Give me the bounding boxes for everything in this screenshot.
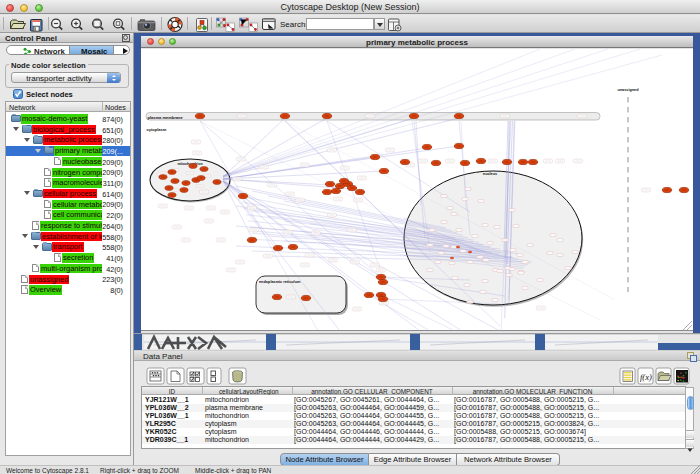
svg-text:cytoplasm: cytoplasm	[147, 127, 167, 132]
svg-text:nucleus: nucleus	[483, 172, 497, 176]
svg-text:plasma membrane: plasma membrane	[148, 115, 184, 120]
svg-text:unassigned: unassigned	[617, 88, 639, 92]
svg-text:endoplasmic reticulum: endoplasmic reticulum	[259, 280, 301, 284]
svg-text:f(x): f(x)	[640, 372, 652, 382]
